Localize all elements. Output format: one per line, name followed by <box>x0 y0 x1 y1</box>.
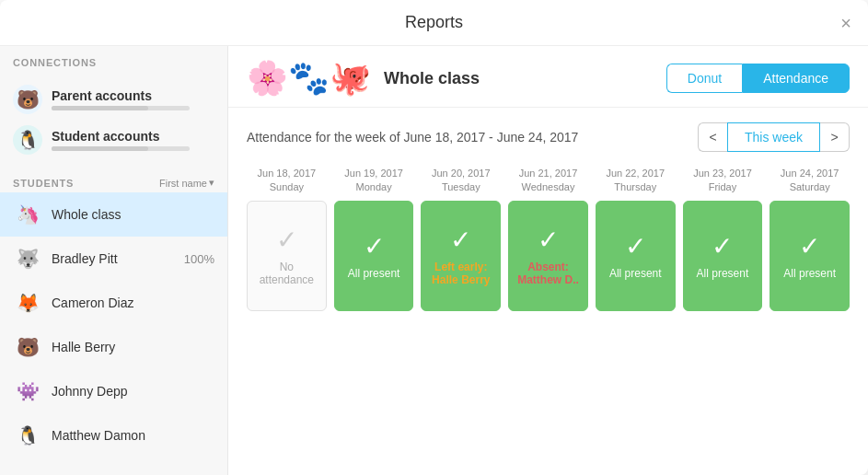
class-name: Whole class <box>384 69 654 88</box>
day-status-tuesday: Left early: Halle Berry <box>425 261 496 286</box>
parent-accounts-item[interactable]: 🐻 Parent accounts <box>13 79 214 120</box>
day-card-saturday: ✓ All present <box>770 201 850 311</box>
attendance-content: Attendance for the week of June 18, 2017… <box>228 108 868 475</box>
student-avatar: 🐧 <box>13 125 42 155</box>
day-status-sunday: No attendance <box>251 261 322 286</box>
day-card-monday: ✓ All present <box>334 201 414 311</box>
day-header-monday: Jun 19, 2017Monday <box>344 167 403 195</box>
student-progress-bg <box>52 146 190 151</box>
student-item[interactable]: 🐻 Halle Berry <box>0 325 227 369</box>
day-col-saturday: Jun 24, 2017Saturday ✓ All present <box>770 167 850 311</box>
connections-label: CONNECTIONS <box>0 46 227 74</box>
day-header-friday: Jun 23, 2017Friday <box>693 167 752 195</box>
student-list: 🦄 Whole class 🐺 Bradley Pitt 100% 🦊 Came… <box>0 192 227 475</box>
check-icon-monday: ✓ <box>364 231 385 261</box>
student-score: 100% <box>184 252 214 266</box>
modal: Reports × CONNECTIONS 🐻 Parent accounts <box>0 0 868 475</box>
student-accounts-info: Student accounts <box>52 129 190 151</box>
student-item[interactable]: 🦊 Cameron Diaz <box>0 281 227 325</box>
parent-accounts-info: Parent accounts <box>52 88 190 110</box>
day-card-wednesday: ✓ Absent: Matthew D.. <box>508 201 588 311</box>
day-header-thursday: Jun 22, 2017Thursday <box>606 167 665 195</box>
student-item[interactable]: 🐧 Matthew Damon <box>0 413 227 458</box>
student-name: Halle Berry <box>52 340 214 354</box>
student-item[interactable]: 🐺 Bradley Pitt 100% <box>0 237 227 281</box>
student-name: Matthew Damon <box>52 428 214 443</box>
day-col-monday: Jun 19, 2017Monday ✓ All present <box>334 167 414 311</box>
day-card-thursday: ✓ All present <box>596 201 676 311</box>
avatar: 🦄 <box>13 200 42 229</box>
day-grid: Jun 18, 2017Sunday ✓ No attendance Jun 1… <box>247 167 850 311</box>
day-header-sunday: Jun 18, 2017Sunday <box>258 167 317 195</box>
day-card-sunday: ✓ No attendance <box>247 201 327 311</box>
day-col-friday: Jun 23, 2017Friday ✓ All present <box>683 167 763 311</box>
prev-week-button[interactable]: < <box>698 122 727 152</box>
chevron-down-icon: ▾ <box>209 177 214 189</box>
modal-title: Reports <box>405 13 463 32</box>
attendance-week-label: Attendance for the week of June 18, 2017… <box>247 130 578 145</box>
student-accounts-item[interactable]: 🐧 Student accounts <box>13 120 214 160</box>
students-header: STUDENTS First name ▾ <box>0 169 227 192</box>
student-name: Cameron Diaz <box>52 295 214 310</box>
student-progress-fill <box>52 146 148 151</box>
student-item[interactable]: 🦄 Whole class <box>0 192 227 237</box>
check-icon-wednesday: ✓ <box>538 225 559 255</box>
next-week-button[interactable]: > <box>820 122 850 152</box>
parent-accounts-label: Parent accounts <box>52 88 190 103</box>
day-col-thursday: Jun 22, 2017Thursday ✓ All present <box>596 167 676 311</box>
student-name: Johnny Depp <box>52 384 214 399</box>
week-nav: < This week > <box>698 122 850 152</box>
student-name: Whole class <box>52 207 214 222</box>
day-card-friday: ✓ All present <box>683 201 763 311</box>
tab-attendance-button[interactable]: Attendance <box>742 64 850 93</box>
day-status-monday: All present <box>348 267 400 280</box>
class-header: 🌸🐾🐙 Whole class Donut Attendance <box>228 46 868 108</box>
avatar: 🦊 <box>13 288 42 318</box>
parent-progress-fill <box>52 106 148 110</box>
sidebar-connections: 🐻 Parent accounts 🐧 Student accounts <box>0 74 227 169</box>
class-mascot-icon: 🌸🐾🐙 <box>247 59 371 98</box>
day-col-tuesday: Jun 20, 2017Tuesday ✓ Left early: Halle … <box>421 167 501 311</box>
main-content: 🌸🐾🐙 Whole class Donut Attendance Attenda… <box>228 46 868 475</box>
day-status-wednesday: Absent: Matthew D.. <box>513 261 584 286</box>
parent-avatar: 🐻 <box>13 85 42 114</box>
parent-progress-bg <box>52 106 190 110</box>
firstname-sort-button[interactable]: First name ▾ <box>159 177 214 189</box>
modal-body: CONNECTIONS 🐻 Parent accounts 🐧 Student … <box>0 46 868 475</box>
close-button[interactable]: × <box>840 14 851 32</box>
tab-donut-button[interactable]: Donut <box>666 64 742 93</box>
avatar: 🐺 <box>13 244 42 273</box>
this-week-button[interactable]: This week <box>727 122 820 152</box>
day-header-wednesday: Jun 21, 2017Wednesday <box>519 167 578 195</box>
day-header-saturday: Jun 24, 2017Saturday <box>781 167 839 195</box>
day-status-friday: All present <box>697 267 749 280</box>
day-card-tuesday: ✓ Left early: Halle Berry <box>421 201 501 311</box>
check-icon-sunday: ✓ <box>276 225 297 255</box>
firstname-label: First name <box>159 178 207 189</box>
attendance-row-header: Attendance for the week of June 18, 2017… <box>247 122 850 152</box>
check-icon-saturday: ✓ <box>799 231 820 261</box>
day-col-sunday: Jun 18, 2017Sunday ✓ No attendance <box>247 167 327 311</box>
modal-header: Reports × <box>0 0 868 46</box>
check-icon-friday: ✓ <box>712 231 733 261</box>
day-status-saturday: All present <box>783 267 836 280</box>
check-icon-tuesday: ✓ <box>450 225 471 255</box>
students-label: STUDENTS <box>13 178 74 189</box>
student-item[interactable]: 👾 Johnny Depp <box>0 369 227 413</box>
sidebar: CONNECTIONS 🐻 Parent accounts 🐧 Student … <box>0 46 228 475</box>
tab-buttons: Donut Attendance <box>666 64 850 93</box>
day-header-tuesday: Jun 20, 2017Tuesday <box>432 167 491 195</box>
avatar: 🐻 <box>13 332 42 362</box>
avatar: 👾 <box>13 377 42 406</box>
student-name: Bradley Pitt <box>52 251 175 266</box>
check-icon-thursday: ✓ <box>625 231 646 261</box>
student-accounts-label: Student accounts <box>52 129 190 144</box>
avatar: 🐧 <box>13 421 42 450</box>
day-status-thursday: All present <box>609 267 662 280</box>
day-col-wednesday: Jun 21, 2017Wednesday ✓ Absent: Matthew … <box>508 167 588 311</box>
